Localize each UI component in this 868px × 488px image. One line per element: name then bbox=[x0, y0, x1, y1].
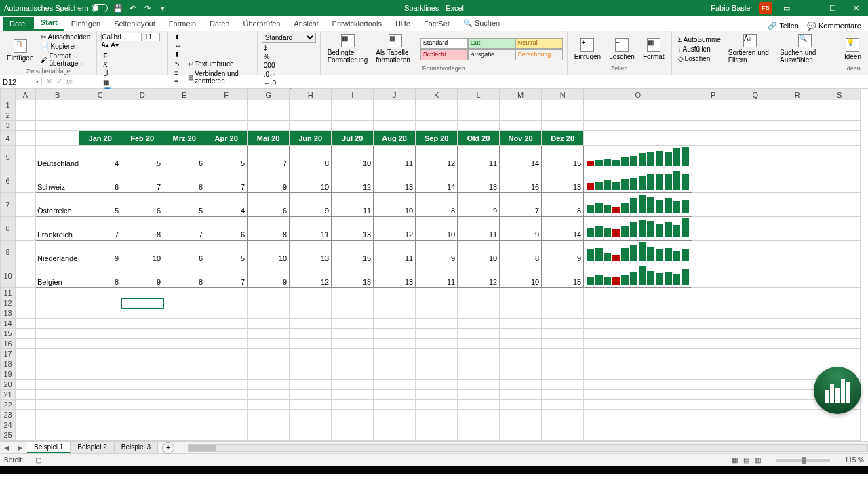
decrease-decimal-icon[interactable]: ←.0 bbox=[262, 79, 316, 87]
fx-icon[interactable]: fx bbox=[66, 77, 73, 86]
row-header-5[interactable]: 5 bbox=[1, 146, 16, 169]
row-header-18[interactable]: 18 bbox=[1, 359, 16, 369]
row-header-22[interactable]: 22 bbox=[1, 400, 16, 410]
qat-more-icon[interactable]: ▾ bbox=[158, 3, 167, 13]
row-header-7[interactable]: 7 bbox=[1, 193, 16, 217]
comments-button[interactable]: 💬 Kommentare bbox=[807, 22, 861, 30]
sort-filter-button[interactable]: A↓Sortieren und Filtern bbox=[726, 33, 774, 65]
column-header-F[interactable]: F bbox=[205, 89, 248, 100]
column-header-P[interactable]: P bbox=[692, 89, 734, 100]
row-header-13[interactable]: 13 bbox=[1, 308, 16, 319]
column-header-O[interactable]: O bbox=[584, 89, 692, 100]
delete-cells-button[interactable]: −Löschen bbox=[606, 37, 637, 62]
column-header-N[interactable]: N bbox=[542, 89, 584, 100]
column-header-M[interactable]: M bbox=[500, 89, 542, 100]
tab-view[interactable]: Ansicht bbox=[287, 17, 325, 30]
tab-developer[interactable]: Entwicklertools bbox=[326, 17, 389, 30]
format-cells-button[interactable]: ▦Format bbox=[640, 37, 667, 62]
align-center-icon[interactable]: ≡ bbox=[172, 77, 183, 86]
macro-record-icon[interactable]: ▢ bbox=[35, 456, 41, 464]
row-header-2[interactable]: 2 bbox=[1, 110, 16, 121]
autosave-toggle[interactable]: Automatisches Speichern bbox=[4, 4, 108, 12]
row-header-16[interactable]: 16 bbox=[1, 339, 16, 349]
sheet-nav-next-icon[interactable]: ▶ bbox=[14, 444, 27, 451]
user-name[interactable]: Fabio Basler bbox=[711, 4, 753, 12]
worksheet-grid[interactable]: ABCDEFGHIJKLMNOPQRS1234Jan 20Feb 20Mrz 2… bbox=[0, 89, 868, 441]
zoom-slider[interactable] bbox=[776, 459, 830, 462]
tab-file[interactable]: Datei bbox=[3, 17, 34, 30]
row-header-10[interactable]: 10 bbox=[1, 264, 16, 288]
undo-icon[interactable]: ↶ bbox=[128, 3, 138, 13]
row-header-8[interactable]: 8 bbox=[1, 217, 16, 241]
increase-decimal-icon[interactable]: .0→ bbox=[262, 70, 316, 79]
sheet-tab-0[interactable]: Beispiel 1 bbox=[27, 442, 71, 453]
row-header-6[interactable]: 6 bbox=[1, 169, 16, 193]
font-name-select[interactable] bbox=[101, 33, 142, 41]
clear-button[interactable]: ◇ Löschen bbox=[676, 54, 723, 63]
percent-icon[interactable]: % bbox=[262, 52, 316, 61]
sheet-tab-1[interactable]: Beispiel 2 bbox=[71, 442, 114, 453]
row-header-25[interactable]: 25 bbox=[1, 430, 16, 441]
tab-factset[interactable]: FactSet bbox=[417, 17, 456, 30]
column-header-S[interactable]: S bbox=[818, 89, 861, 100]
format-painter-button[interactable]: 🖌 Format übertragen bbox=[39, 52, 92, 68]
style-berechnung[interactable]: Berechnung bbox=[515, 49, 563, 60]
style-gut[interactable]: Gut bbox=[468, 38, 515, 49]
comma-icon[interactable]: 000 bbox=[262, 61, 316, 70]
maximize-icon[interactable]: ☐ bbox=[825, 4, 841, 13]
align-top-icon[interactable]: ⬆ bbox=[172, 33, 183, 41]
paste-button[interactable]: 📋Einfügen bbox=[4, 38, 36, 63]
column-header-G[interactable]: G bbox=[248, 89, 290, 100]
user-avatar[interactable]: FB bbox=[760, 2, 772, 14]
style-neutral[interactable]: Neutral bbox=[515, 38, 563, 49]
copy-button[interactable]: 📄 Kopieren bbox=[39, 42, 92, 51]
fill-button[interactable]: ↓ Ausfüllen bbox=[676, 45, 723, 54]
minimize-icon[interactable]: — bbox=[802, 4, 818, 12]
row-header-20[interactable]: 20 bbox=[1, 380, 16, 390]
tab-data[interactable]: Daten bbox=[203, 17, 236, 30]
cut-button[interactable]: ✂ Ausschneiden bbox=[39, 33, 92, 41]
align-middle-icon[interactable]: ↔ bbox=[172, 41, 183, 50]
autosum-button[interactable]: Σ AutoSumme bbox=[676, 35, 723, 44]
row-header-14[interactable]: 14 bbox=[1, 319, 16, 329]
row-header-12[interactable]: 12 bbox=[1, 298, 16, 308]
tab-pagelayout[interactable]: Seitenlayout bbox=[107, 17, 162, 30]
row-header-19[interactable]: 19 bbox=[1, 369, 16, 380]
border-button[interactable]: ▦ bbox=[101, 78, 163, 87]
column-header-Q[interactable]: Q bbox=[734, 89, 776, 100]
view-pagelayout-icon[interactable]: ▤ bbox=[743, 456, 749, 464]
tab-formulas[interactable]: Formeln bbox=[162, 17, 203, 30]
share-button[interactable]: 🔗 Teilen bbox=[768, 22, 799, 30]
column-header-H[interactable]: H bbox=[290, 89, 332, 100]
zoom-level[interactable]: 115 % bbox=[845, 456, 864, 464]
row-header-11[interactable]: 11 bbox=[1, 288, 16, 298]
tab-review[interactable]: Überprüfen bbox=[236, 17, 287, 30]
align-bottom-icon[interactable]: ⬇ bbox=[172, 50, 183, 59]
currency-icon[interactable]: $ bbox=[262, 43, 316, 52]
column-header-I[interactable]: I bbox=[332, 89, 374, 100]
italic-button[interactable]: K bbox=[101, 60, 163, 69]
enter-formula-icon[interactable]: ✓ bbox=[56, 77, 62, 86]
number-format-select[interactable]: Standard bbox=[262, 33, 316, 43]
row-header-24[interactable]: 24 bbox=[1, 420, 16, 430]
font-size-select[interactable] bbox=[144, 33, 160, 41]
merge-center-button[interactable]: ⊞ Verbinden und zentrieren bbox=[186, 69, 253, 85]
row-header-21[interactable]: 21 bbox=[1, 390, 16, 400]
increase-font-icon[interactable]: A▴ bbox=[101, 41, 109, 49]
column-header-R[interactable]: R bbox=[776, 89, 818, 100]
cancel-formula-icon[interactable]: ✕ bbox=[46, 77, 52, 86]
find-select-button[interactable]: 🔍Suchen und Auswählen bbox=[777, 33, 833, 65]
orientation-icon[interactable]: ⤡ bbox=[172, 59, 183, 68]
tab-help[interactable]: Hilfe bbox=[389, 17, 417, 30]
row-header-23[interactable]: 23 bbox=[1, 410, 16, 420]
tab-start[interactable]: Start bbox=[34, 16, 64, 30]
wrap-text-button[interactable]: ↩ Textumbruch bbox=[186, 60, 253, 68]
add-sheet-button[interactable]: + bbox=[162, 442, 174, 454]
row-header-17[interactable]: 17 bbox=[1, 349, 16, 359]
ribbon-display-icon[interactable]: ▭ bbox=[778, 4, 795, 13]
column-header-A[interactable]: A bbox=[16, 89, 36, 100]
sheet-tab-2[interactable]: Beispiel 3 bbox=[115, 442, 158, 453]
style-standard[interactable]: Standard bbox=[420, 38, 468, 49]
ideas-button[interactable]: 💡Ideen bbox=[842, 37, 864, 62]
row-header-3[interactable]: 3 bbox=[1, 121, 16, 131]
